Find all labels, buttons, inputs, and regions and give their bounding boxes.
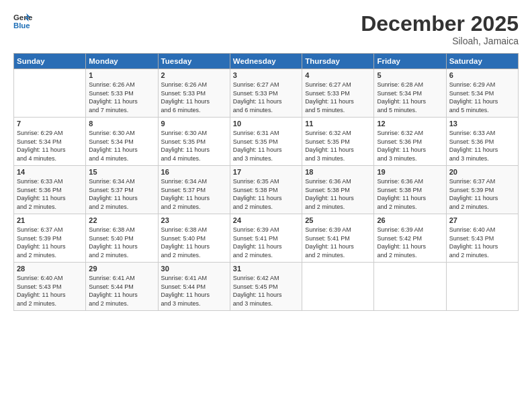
calendar-cell: 8Sunrise: 6:30 AM Sunset: 5:34 PM Daylig… (86, 118, 158, 166)
calendar-cell: 21Sunrise: 6:37 AM Sunset: 5:39 PM Dayli… (14, 214, 86, 263)
day-number: 22 (89, 216, 154, 224)
calendar-cell: 26Sunrise: 6:39 AM Sunset: 5:42 PM Dayli… (374, 214, 446, 263)
day-info: Sunrise: 6:38 AM Sunset: 5:40 PM Dayligh… (89, 226, 154, 259)
day-number: 3 (233, 71, 299, 79)
day-info: Sunrise: 6:29 AM Sunset: 5:34 PM Dayligh… (17, 129, 83, 163)
day-info: Sunrise: 6:39 AM Sunset: 5:41 PM Dayligh… (233, 226, 299, 259)
weekday-header: Tuesday (158, 54, 230, 69)
day-info: Sunrise: 6:35 AM Sunset: 5:38 PM Dayligh… (233, 177, 299, 211)
calendar-cell: 4Sunrise: 6:27 AM Sunset: 5:33 PM Daylig… (302, 69, 374, 118)
day-info: Sunrise: 6:34 AM Sunset: 5:37 PM Dayligh… (89, 177, 154, 211)
day-number: 20 (449, 168, 515, 176)
calendar-cell: 23Sunrise: 6:38 AM Sunset: 5:40 PM Dayli… (158, 214, 230, 263)
day-number: 17 (233, 168, 299, 176)
calendar-cell: 31Sunrise: 6:42 AM Sunset: 5:45 PM Dayli… (230, 263, 302, 311)
day-number: 24 (233, 216, 299, 224)
day-number: 15 (89, 168, 154, 176)
calendar-cell: 18Sunrise: 6:36 AM Sunset: 5:38 PM Dayli… (302, 166, 374, 214)
day-info: Sunrise: 6:34 AM Sunset: 5:37 PM Dayligh… (161, 177, 227, 211)
calendar-cell: 9Sunrise: 6:30 AM Sunset: 5:35 PM Daylig… (158, 118, 230, 166)
day-number: 10 (233, 120, 299, 128)
day-info: Sunrise: 6:41 AM Sunset: 5:44 PM Dayligh… (161, 274, 227, 308)
logo: General Blue (13, 12, 32, 31)
day-number: 28 (17, 265, 83, 273)
calendar-cell: 25Sunrise: 6:39 AM Sunset: 5:41 PM Dayli… (302, 214, 374, 263)
calendar-cell: 6Sunrise: 6:29 AM Sunset: 5:34 PM Daylig… (446, 69, 518, 118)
day-number: 7 (17, 120, 83, 128)
day-info: Sunrise: 6:42 AM Sunset: 5:45 PM Dayligh… (233, 274, 299, 308)
day-number: 21 (17, 216, 83, 224)
day-number: 9 (161, 120, 227, 128)
calendar-cell (374, 263, 446, 311)
day-number: 12 (377, 120, 443, 128)
day-number: 25 (305, 216, 371, 224)
calendar-cell: 2Sunrise: 6:26 AM Sunset: 5:33 PM Daylig… (158, 69, 230, 118)
day-info: Sunrise: 6:37 AM Sunset: 5:39 PM Dayligh… (449, 177, 515, 211)
weekday-header: Sunday (14, 54, 86, 69)
day-info: Sunrise: 6:40 AM Sunset: 5:43 PM Dayligh… (449, 226, 515, 259)
calendar-cell: 13Sunrise: 6:33 AM Sunset: 5:36 PM Dayli… (446, 118, 518, 166)
day-info: Sunrise: 6:33 AM Sunset: 5:36 PM Dayligh… (449, 129, 515, 163)
day-info: Sunrise: 6:39 AM Sunset: 5:42 PM Dayligh… (377, 226, 443, 259)
calendar-cell: 19Sunrise: 6:36 AM Sunset: 5:38 PM Dayli… (374, 166, 446, 214)
day-number: 5 (377, 71, 443, 79)
day-number: 23 (161, 216, 227, 224)
calendar-cell: 12Sunrise: 6:32 AM Sunset: 5:36 PM Dayli… (374, 118, 446, 166)
day-info: Sunrise: 6:27 AM Sunset: 5:33 PM Dayligh… (305, 81, 371, 114)
day-number: 29 (89, 265, 154, 273)
day-number: 14 (17, 168, 83, 176)
weekday-header: Saturday (446, 54, 518, 69)
day-number: 16 (161, 168, 227, 176)
calendar-cell (302, 263, 374, 311)
calendar-cell: 24Sunrise: 6:39 AM Sunset: 5:41 PM Dayli… (230, 214, 302, 263)
day-number: 1 (89, 71, 154, 79)
weekday-header: Wednesday (230, 54, 302, 69)
weekday-header: Friday (374, 54, 446, 69)
calendar-cell: 10Sunrise: 6:31 AM Sunset: 5:35 PM Dayli… (230, 118, 302, 166)
day-info: Sunrise: 6:36 AM Sunset: 5:38 PM Dayligh… (305, 177, 371, 211)
calendar-cell: 28Sunrise: 6:40 AM Sunset: 5:43 PM Dayli… (14, 263, 86, 311)
calendar-cell (14, 69, 86, 118)
month-title: December 2025 (361, 12, 519, 36)
day-info: Sunrise: 6:38 AM Sunset: 5:40 PM Dayligh… (161, 226, 227, 259)
calendar-cell: 17Sunrise: 6:35 AM Sunset: 5:38 PM Dayli… (230, 166, 302, 214)
calendar-cell: 3Sunrise: 6:27 AM Sunset: 5:33 PM Daylig… (230, 69, 302, 118)
calendar-cell: 15Sunrise: 6:34 AM Sunset: 5:37 PM Dayli… (86, 166, 158, 214)
header: General Blue December 2025 Siloah, Jamai… (13, 12, 519, 46)
calendar-cell: 30Sunrise: 6:41 AM Sunset: 5:44 PM Dayli… (158, 263, 230, 311)
day-info: Sunrise: 6:36 AM Sunset: 5:38 PM Dayligh… (377, 177, 443, 211)
calendar-table: SundayMondayTuesdayWednesdayThursdayFrid… (13, 53, 519, 311)
svg-text:Blue: Blue (13, 21, 30, 30)
day-number: 13 (449, 120, 515, 128)
calendar-cell: 20Sunrise: 6:37 AM Sunset: 5:39 PM Dayli… (446, 166, 518, 214)
day-number: 26 (377, 216, 443, 224)
day-info: Sunrise: 6:30 AM Sunset: 5:35 PM Dayligh… (161, 129, 227, 163)
day-info: Sunrise: 6:33 AM Sunset: 5:36 PM Dayligh… (17, 177, 83, 211)
day-number: 31 (233, 265, 299, 273)
day-info: Sunrise: 6:26 AM Sunset: 5:33 PM Dayligh… (89, 81, 154, 114)
calendar-cell: 11Sunrise: 6:32 AM Sunset: 5:35 PM Dayli… (302, 118, 374, 166)
subtitle: Siloah, Jamaica (361, 36, 519, 46)
day-info: Sunrise: 6:31 AM Sunset: 5:35 PM Dayligh… (233, 129, 299, 163)
day-info: Sunrise: 6:30 AM Sunset: 5:34 PM Dayligh… (89, 129, 154, 163)
calendar-cell: 14Sunrise: 6:33 AM Sunset: 5:36 PM Dayli… (14, 166, 86, 214)
calendar-cell: 5Sunrise: 6:28 AM Sunset: 5:34 PM Daylig… (374, 69, 446, 118)
day-info: Sunrise: 6:41 AM Sunset: 5:44 PM Dayligh… (89, 274, 154, 308)
weekday-header: Monday (86, 54, 158, 69)
day-number: 27 (449, 216, 515, 224)
day-number: 8 (89, 120, 154, 128)
day-info: Sunrise: 6:32 AM Sunset: 5:35 PM Dayligh… (305, 129, 371, 163)
calendar-cell (446, 263, 518, 311)
day-number: 19 (377, 168, 443, 176)
calendar-cell: 16Sunrise: 6:34 AM Sunset: 5:37 PM Dayli… (158, 166, 230, 214)
day-info: Sunrise: 6:37 AM Sunset: 5:39 PM Dayligh… (17, 226, 83, 259)
calendar-cell: 7Sunrise: 6:29 AM Sunset: 5:34 PM Daylig… (14, 118, 86, 166)
day-number: 6 (449, 71, 515, 79)
day-info: Sunrise: 6:39 AM Sunset: 5:41 PM Dayligh… (305, 226, 371, 259)
day-number: 18 (305, 168, 371, 176)
title-block: December 2025 Siloah, Jamaica (361, 12, 519, 46)
day-info: Sunrise: 6:29 AM Sunset: 5:34 PM Dayligh… (449, 81, 515, 114)
logo-icon: General Blue (13, 12, 32, 31)
calendar-cell: 1Sunrise: 6:26 AM Sunset: 5:33 PM Daylig… (86, 69, 158, 118)
day-info: Sunrise: 6:40 AM Sunset: 5:43 PM Dayligh… (17, 274, 83, 308)
